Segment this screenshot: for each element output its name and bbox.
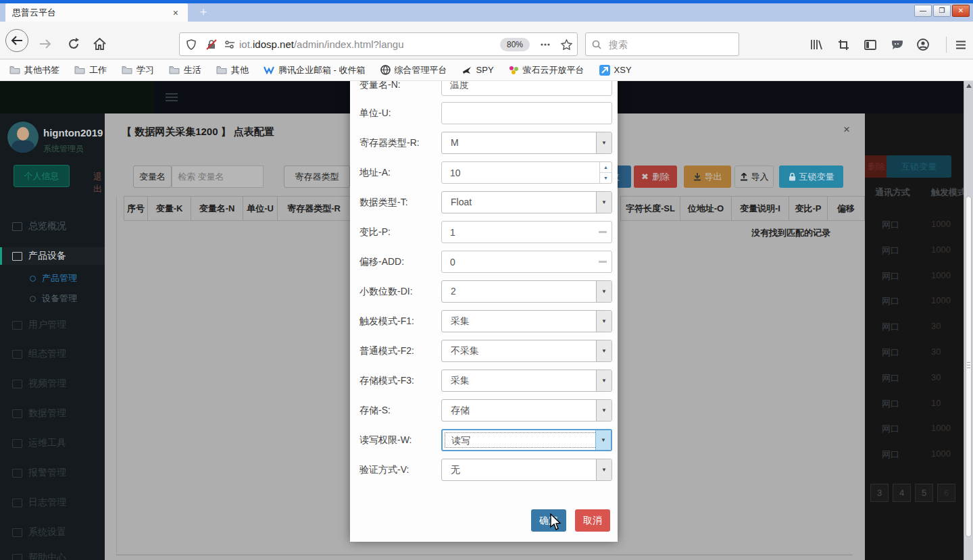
sidebar-item-设备管理[interactable]: 设备管理 — [0, 290, 105, 307]
offset-input[interactable] — [441, 251, 612, 273]
number-spinner[interactable]: ▲▼ — [599, 162, 612, 183]
bookmark-item[interactable]: XSY — [599, 65, 632, 76]
trigger-mode-select[interactable]: 采集▼ — [441, 310, 612, 332]
bookmark-star-icon[interactable] — [555, 39, 577, 50]
delete-button[interactable]: ✖删除 — [634, 166, 677, 188]
normal-mode-select[interactable]: 不采集▼ — [441, 340, 612, 362]
sidebar-item-数据管理[interactable]: 数据管理 — [0, 405, 105, 422]
menu-icon[interactable] — [951, 35, 970, 54]
scroll-up-icon[interactable] — [966, 84, 972, 88]
pocket-icon[interactable] — [887, 35, 907, 54]
sidebar-item-视频管理[interactable]: 视频管理 — [0, 375, 105, 392]
bookmark-item[interactable]: 其他 — [216, 64, 249, 76]
bookmark-item[interactable]: 萤石云开放平台 — [509, 64, 584, 76]
spinner-dash — [599, 261, 607, 263]
export-button[interactable]: 导出 — [684, 166, 731, 188]
data-type-select[interactable]: Float▼ — [441, 191, 612, 213]
sidebar-item-日志管理[interactable]: 日志管理 — [0, 494, 105, 511]
circle-icon — [30, 276, 36, 282]
logout-link[interactable]: 退出 — [93, 171, 105, 195]
register-type-select[interactable]: M▼ — [441, 132, 612, 154]
sidebar-item-用户管理[interactable]: 用户管理 — [0, 316, 105, 334]
sidebar-item-报警管理[interactable]: 报警管理 — [0, 464, 105, 482]
bookmark-item[interactable]: 工作 — [74, 64, 107, 76]
bookmark-item[interactable]: 其他书签 — [9, 64, 59, 76]
chevron-down-icon[interactable]: ▼ — [596, 400, 612, 421]
tab-close-icon[interactable]: × — [170, 7, 181, 19]
decimals-select[interactable]: 2▼ — [441, 280, 612, 303]
browser-tab[interactable]: 思普云平台 × — [5, 3, 188, 22]
cell-value: 1000 — [931, 449, 951, 459]
base-interlock-button[interactable]: 互锁变量 — [887, 155, 951, 178]
ratio-input[interactable] — [441, 221, 612, 243]
chevron-down-icon[interactable]: ▼ — [596, 192, 612, 213]
chevron-down-icon[interactable]: ▼ — [596, 132, 612, 153]
unit-input[interactable] — [441, 102, 612, 124]
pagination-button[interactable]: 6 — [937, 484, 955, 502]
shield-icon[interactable] — [180, 39, 203, 50]
interlock-button[interactable]: 互锁变量 — [779, 166, 843, 188]
reload-icon[interactable] — [62, 32, 85, 55]
screenshot-icon[interactable] — [833, 35, 853, 54]
chevron-down-icon[interactable]: ▼ — [596, 340, 612, 361]
avatar[interactable] — [7, 122, 39, 153]
sidebar-item-产品设备[interactable]: 产品设备 — [0, 247, 105, 265]
storage-select[interactable]: 存储▼ — [441, 399, 612, 422]
search-bar[interactable] — [585, 32, 739, 56]
close-icon[interactable]: × — [843, 123, 850, 136]
account-icon[interactable] — [913, 35, 933, 54]
insecure-lock-icon[interactable] — [203, 39, 220, 50]
sidebar-item-运维工具[interactable]: 运维工具 — [0, 434, 105, 452]
sidebar-item-系统设置[interactable]: 系统设置 — [0, 524, 105, 541]
bookmark-item[interactable]: SPY — [462, 65, 494, 75]
chevron-down-icon[interactable]: ▼ — [596, 281, 612, 302]
scrollbar-thumb[interactable] — [966, 196, 972, 537]
bookmark-item[interactable]: 生活 — [169, 64, 201, 76]
chevron-down-icon[interactable]: ▼ — [596, 311, 612, 332]
chevron-down-icon[interactable]: ▼ — [596, 370, 612, 391]
sidebar-item-总览概况[interactable]: 总览概况 — [0, 218, 105, 235]
sidebar-item-组态管理[interactable]: 组态管理 — [0, 345, 105, 363]
pagination-button[interactable]: 3 — [870, 484, 889, 502]
chevron-down-icon[interactable]: ▼ — [595, 430, 611, 450]
zoom-level-badge[interactable]: 80% — [500, 38, 530, 51]
sidebars-icon[interactable] — [860, 35, 880, 54]
field-label-address: 地址-A: — [359, 167, 391, 179]
storage-mode-select[interactable]: 采集▼ — [441, 370, 612, 392]
address-input[interactable] — [441, 161, 612, 184]
url-bar[interactable]: iot.idosp.net/admin/index.html?langu 80% — [179, 32, 578, 56]
url-text[interactable]: iot.idosp.net/admin/index.html?langu — [239, 39, 495, 50]
rw-permission-select[interactable]: 读写▼ — [441, 429, 612, 451]
new-tab-button[interactable]: + — [193, 5, 214, 20]
page-logo-area — [0, 81, 154, 113]
filter-type-button[interactable]: 寄存器类型 — [284, 166, 350, 188]
page-scrollbar[interactable] — [964, 81, 973, 560]
chevron-down-icon[interactable]: ▼ — [596, 459, 612, 480]
search-icon — [586, 40, 607, 49]
filter-field-button[interactable]: 变量名 — [133, 166, 172, 188]
bookmark-item[interactable]: 学习 — [122, 64, 154, 76]
restore-button[interactable]: ❐ — [933, 5, 951, 17]
bookmark-item[interactable]: 腾讯企业邮箱 - 收件箱 — [264, 64, 366, 76]
variable-search-input[interactable] — [172, 166, 264, 188]
back-button[interactable] — [5, 29, 28, 52]
minimize-button[interactable]: — — [914, 5, 932, 17]
bookmark-item[interactable]: 综合管理平台 — [380, 64, 447, 76]
pagination-button[interactable]: 4 — [893, 484, 911, 502]
forward-button[interactable] — [34, 32, 57, 55]
verify-mode-select[interactable]: 无▼ — [441, 459, 612, 481]
library-icon[interactable] — [806, 35, 826, 54]
cell-comm: 网口 — [882, 398, 899, 410]
page-actions-icon[interactable] — [535, 43, 555, 46]
sidebar-item-产品管理[interactable]: 产品管理 — [0, 270, 105, 287]
cancel-button[interactable]: 取消 — [575, 509, 610, 532]
search-input[interactable] — [607, 39, 739, 51]
sidebar-item-帮助中心[interactable]: 帮助中心 — [0, 549, 105, 560]
download-icon — [693, 173, 701, 181]
permissions-icon[interactable] — [220, 41, 239, 49]
window-close-button[interactable]: ✕ — [952, 5, 970, 17]
profile-button[interactable]: 个人信息 — [14, 165, 70, 187]
import-button[interactable]: 导入 — [734, 166, 774, 188]
home-icon[interactable] — [88, 32, 111, 55]
pagination-button[interactable]: 5 — [915, 484, 933, 502]
